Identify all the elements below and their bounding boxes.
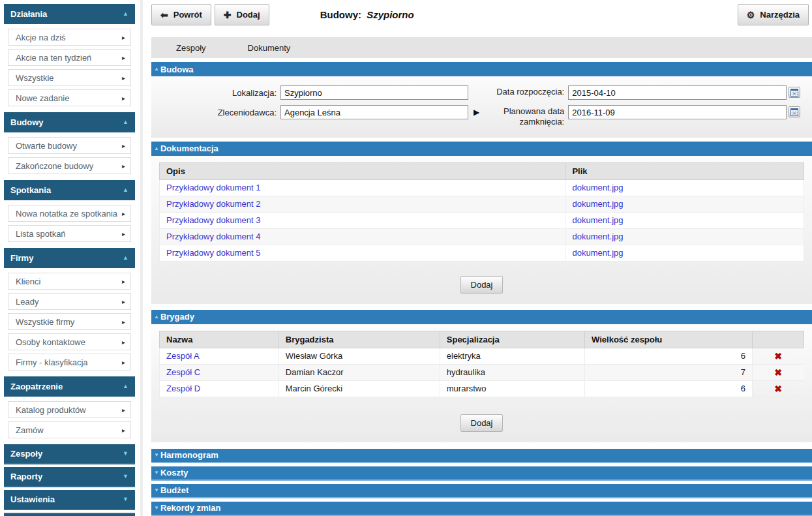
sidebar-header-ustawienia[interactable]: Ustawienia ▼ <box>4 490 135 510</box>
form-right-column: Data rozpoczęcia: <box>485 85 800 128</box>
section-header-budzet[interactable]: ▼ Budżet <box>151 484 812 498</box>
sidebar-item-akcje-na-ten-tydzien[interactable]: Akcie na ten tydzień ▸ <box>8 49 131 66</box>
toolbar: ⬅ Powrót ✚ Dodaj Budowy: Szypiorno ⚙ Nar… <box>151 4 812 25</box>
sidebar-header-dzialania[interactable]: Działania ▲ <box>4 4 135 24</box>
delete-icon[interactable]: ✖ <box>774 351 782 361</box>
sidebar-item-lista-spotkan[interactable]: Lista spotkań ▸ <box>8 225 131 242</box>
wielkosc-cell: 6 <box>585 348 753 364</box>
file-link[interactable]: dokument.jpg <box>572 183 623 192</box>
section-budowa-content: Lokalizacja: Zleceniodawca: ▶ Data rozpo… <box>151 76 812 138</box>
column-header-plik: Plik <box>565 162 804 179</box>
table-row: Przykładowy dokument 1 dokument.jpg <box>160 179 804 196</box>
sidebar-header-zaopatrzenie[interactable]: Zaopatrzenie ▲ <box>4 376 135 397</box>
document-link[interactable]: Przykładowy dokument 4 <box>166 232 261 241</box>
delete-icon[interactable]: ✖ <box>774 367 782 378</box>
sidebar-header-label: Budowy <box>10 117 44 127</box>
delete-icon[interactable]: ✖ <box>774 384 782 394</box>
section-header-koszty[interactable]: ▼ Koszty <box>151 466 812 481</box>
sidebar-item-label: Katalog produktów <box>16 405 122 415</box>
file-link[interactable]: dokument.jpg <box>572 232 623 241</box>
file-link[interactable]: dokument.jpg <box>572 199 623 209</box>
sidebar-item-nowa-notatka[interactable]: Nowa notatka ze spotkania ▸ <box>8 205 131 222</box>
sidebar-header-raporty[interactable]: Raporty ▼ <box>4 467 135 487</box>
document-link[interactable]: Przykładowy dokument 3 <box>166 215 261 225</box>
sidebar-item-firmy-klasyfikacja[interactable]: Firmy - klasyfikacja ▸ <box>8 354 131 371</box>
data-rozpoczecia-label: Data rozpoczęcia: <box>485 85 568 97</box>
file-link[interactable]: dokument.jpg <box>572 248 623 258</box>
table-row: Zespół A Wiesław Górka elektryka 6 ✖ <box>160 348 804 364</box>
add-brigade-button[interactable]: Dodaj <box>460 414 504 432</box>
add-button[interactable]: ✚ Dodaj <box>215 4 269 25</box>
sidebar-header-budowy[interactable]: Budowy ▲ <box>4 112 135 132</box>
sidebar-group-raporty: Raporty ▼ <box>4 467 140 487</box>
form-left-column: Lokalizacja: Zleceniodawca: ▶ <box>151 85 479 128</box>
section-header-rekordy-zmian[interactable]: ▼ Rekordy zmian <box>151 502 812 516</box>
team-link[interactable]: Zespół C <box>166 367 200 377</box>
sidebar-item-label: Akcie na ten tydzień <box>16 53 122 63</box>
collapse-arrow-icon: ▲ <box>123 255 128 261</box>
section-dokumentacja-content: Opis Plik Przykładowy dokument 1 dokumen… <box>151 156 812 304</box>
tab-dokumenty[interactable]: Dokumenty <box>248 43 291 53</box>
data-rozpoczecia-input[interactable] <box>568 85 787 100</box>
sidebar-item-klienci[interactable]: Klienci ▸ <box>8 273 131 290</box>
sidebar-header-label: Spotkania <box>10 185 51 195</box>
sidebar-item-zamow[interactable]: Zamów ▸ <box>8 421 131 438</box>
sidebar-item-label: Otwarte budowy <box>16 141 122 151</box>
plus-icon: ✚ <box>224 10 232 20</box>
sidebar-item-label: Zamów <box>16 425 122 435</box>
section-title: Budowa <box>160 65 194 74</box>
sidebar-group-dzialania: Działania ▲ Akcje na dziś ▸ Akcie na ten… <box>4 4 140 106</box>
sidebar-item-label: Wszystkie firmy <box>16 317 122 327</box>
sidebar-header-zespoly[interactable]: Zespoły ▼ <box>4 444 135 464</box>
section-header-harmonogram[interactable]: ▼ Harmonogram <box>151 449 812 463</box>
document-link[interactable]: Przykładowy dokument 1 <box>166 183 261 192</box>
zleceniodawca-input[interactable] <box>280 105 468 119</box>
expand-arrow-icon: ▼ <box>154 488 159 493</box>
sidebar-item-akcje-na-dzis[interactable]: Akcje na dziś ▸ <box>8 29 131 46</box>
section-header-dokumentacja[interactable]: ▲ Dokumentacja <box>151 142 812 156</box>
sidebar-item-wszystkie-firmy[interactable]: Wszystkie firmy ▸ <box>8 313 131 330</box>
section-header-budowa[interactable]: ▲ Budowa <box>151 62 812 76</box>
sidebar-item-label: Zakończone budowy <box>16 161 122 171</box>
sidebar-item-nowe-zadanie[interactable]: Nowe zadanie ▸ <box>8 89 131 106</box>
brygadzista-cell: Wiesław Górka <box>278 348 440 364</box>
section-header-brygady[interactable]: ▲ Brygady <box>151 310 812 324</box>
brygadzista-cell: Marcin Górecki <box>278 380 440 397</box>
chevron-right-icon: ▸ <box>122 95 125 102</box>
document-link[interactable]: Przykładowy dokument 5 <box>166 248 261 258</box>
zleceniodawca-picker-icon[interactable]: ▶ <box>474 105 479 117</box>
table-row: Przykładowy dokument 5 dokument.jpg <box>160 245 804 261</box>
sidebar-item-label: Klienci <box>16 277 122 286</box>
chevron-right-icon: ▸ <box>122 278 125 285</box>
tools-button-label: Narzędzia <box>760 10 800 20</box>
sidebar-header-label: Ustawienia <box>10 494 55 504</box>
lokalizacja-input[interactable] <box>280 85 468 100</box>
document-link[interactable]: Przykładowy dokument 2 <box>166 199 261 209</box>
file-link[interactable]: dokument.jpg <box>572 215 623 225</box>
sidebar-item-leady[interactable]: Leady ▸ <box>8 293 131 310</box>
sidebar-item-otwarte-budowy[interactable]: Otwarte budowy ▸ <box>8 137 131 154</box>
section-title: Harmonogram <box>160 450 218 460</box>
sidebar-item-wszystkie[interactable]: Wszystkie ▸ <box>8 69 131 86</box>
team-link[interactable]: Zespół A <box>166 351 200 361</box>
team-link[interactable]: Zespół D <box>166 384 200 393</box>
app-window: Działania ▲ Akcje na dziś ▸ Akcie na ten… <box>0 0 812 516</box>
sidebar-item-osoby-kontaktowe[interactable]: Osoby kontaktowe ▸ <box>8 333 131 350</box>
sidebar-partial-header[interactable] <box>4 513 135 516</box>
section-title: Brygady <box>160 312 194 322</box>
sidebar-item-katalog-produktow[interactable]: Katalog produktów ▸ <box>8 401 131 418</box>
sidebar-item-label: Firmy - klasyfikacja <box>16 357 122 367</box>
chevron-right-icon: ▸ <box>122 230 125 237</box>
planowana-data-input[interactable] <box>568 105 787 119</box>
calendar-button[interactable] <box>789 87 800 98</box>
tab-zespoly[interactable]: Zespoły <box>176 43 206 53</box>
back-button[interactable]: ⬅ Powrót <box>151 4 211 25</box>
calendar-button[interactable] <box>789 106 800 117</box>
add-document-button[interactable]: Dodaj <box>460 276 504 294</box>
sidebar-header-firmy[interactable]: Firmy ▲ <box>4 248 135 268</box>
tools-button[interactable]: ⚙ Narzędzia <box>738 4 809 25</box>
sidebar: Działania ▲ Akcje na dziś ▸ Akcie na ten… <box>0 0 143 516</box>
chevron-right-icon: ▸ <box>122 427 125 434</box>
sidebar-header-spotkania[interactable]: Spotkania ▲ <box>4 180 135 200</box>
sidebar-item-zakonczone-budowy[interactable]: Zakończone budowy ▸ <box>8 157 131 174</box>
